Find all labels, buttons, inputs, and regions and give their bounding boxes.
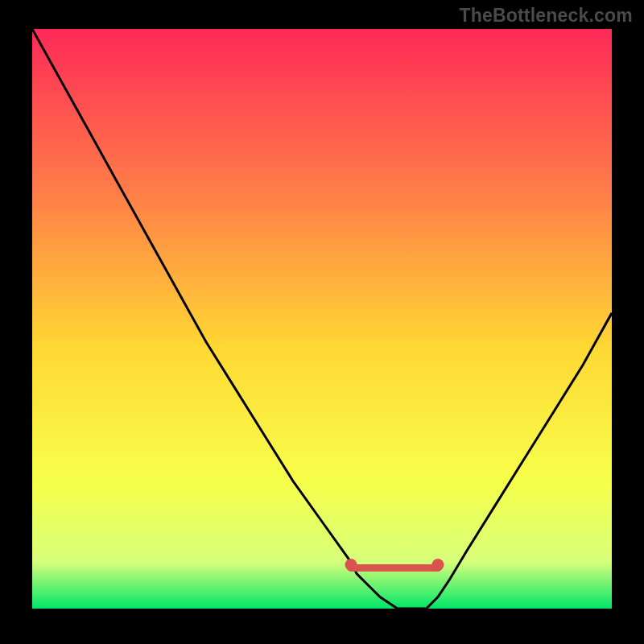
svg-point-2 [345, 559, 357, 571]
svg-point-3 [432, 559, 444, 571]
bottleneck-chart [0, 0, 644, 644]
watermark-text: TheBottleneck.com [459, 5, 633, 27]
chart-container: TheBottleneck.com [0, 0, 644, 644]
